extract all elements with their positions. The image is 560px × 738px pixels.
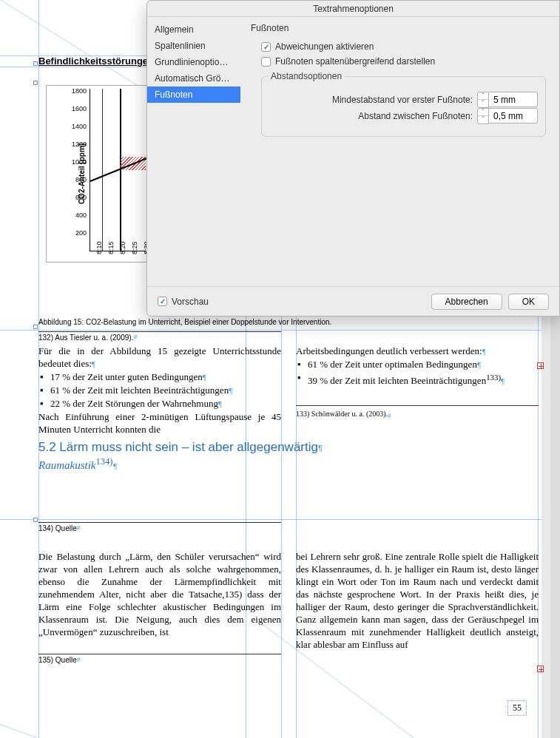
sidebar-item-spaltenlinien[interactable]: Spaltenlinien: [147, 38, 240, 54]
text-frame-1[interactable]: 132) Aus Tiesler u. a. (2009).# Für die …: [38, 331, 539, 475]
section-heading: Befindlichkeitsstörungen: [38, 55, 154, 67]
input-mindestabstand[interactable]: [489, 92, 538, 107]
fieldset-abstand-title: Abstandsoptionen: [268, 71, 345, 81]
checkbox-spaltenuebergreifend[interactable]: [261, 57, 271, 67]
panel-fussnoten: Fußnoten Abweichungen aktivieren Fußnote…: [240, 17, 559, 286]
stepper-abstand-zwischen[interactable]: ˄ ˅: [477, 108, 538, 124]
sidebar-item-fussnoten[interactable]: Fußnoten: [147, 87, 240, 103]
subheading-raumakustik: Raumakustik134)¶: [38, 456, 539, 475]
sidebar-item-grundlinien[interactable]: Grundlinienoptionen: [147, 54, 240, 70]
panel-title: Fußnoten: [251, 23, 549, 33]
co2-chart: CO2-Anteil [ppm] 1800 1600 1400 1200 100…: [46, 85, 149, 263]
step-down-icon[interactable]: ˅: [478, 116, 488, 123]
cancel-button[interactable]: Abbrechen: [431, 294, 502, 310]
input-abstand-zwischen[interactable]: [489, 108, 538, 123]
sidebar-item-allgemein[interactable]: Allgemein: [147, 21, 240, 38]
stepper-mindestabstand[interactable]: ˄ ˅: [477, 92, 538, 108]
checkbox-abweichungen[interactable]: [261, 42, 271, 52]
text-frame-options-dialog: Textrahmenoptionen Allgemein Spaltenlini…: [146, 0, 560, 316]
label-vorschau: Vorschau: [172, 297, 209, 307]
label-mindestabstand: Mindestabstand vor erster Fußnote:: [269, 95, 473, 105]
footnote-134: 134) Quelle#: [38, 524, 539, 532]
figure-caption: Abbildung 15: CO2-Belastung im Unterrich…: [38, 318, 331, 326]
footnote-132: 132) Aus Tiesler u. a. (2009).#: [38, 334, 539, 342]
ok-button[interactable]: OK: [508, 294, 549, 310]
dialog-sidebar: Allgemein Spaltenlinien Grundlinienoptio…: [147, 17, 240, 286]
step-up-icon[interactable]: ˄: [478, 109, 488, 116]
label-spaltenuebergreifend: Fußnoten spaltenübergreifend darstellen: [275, 56, 435, 67]
dialog-title: Textrahmenoptionen: [147, 1, 559, 17]
step-down-icon[interactable]: ˅: [478, 100, 488, 107]
heading-5-2: 5.2 Lärm muss nicht sein – ist aber allg…: [38, 436, 539, 456]
label-abweichungen: Abweichungen aktivieren: [275, 41, 374, 52]
sidebar-item-autosize[interactable]: Automatisch Größe än...: [147, 70, 240, 87]
checkbox-vorschau[interactable]: [158, 297, 167, 306]
footnote-133: 133) Schönwälder u. a. (2003).#: [296, 407, 539, 422]
label-abstand-zwischen: Abstand zwischen Fußnoten:: [269, 111, 473, 121]
footnote-135: 135) Quelle#: [38, 656, 539, 664]
step-up-icon[interactable]: ˄: [478, 92, 488, 100]
page-number: 55: [507, 700, 527, 716]
text-frame-2[interactable]: 134) Quelle# Die Belastung durch „Lärm, …: [38, 522, 539, 667]
